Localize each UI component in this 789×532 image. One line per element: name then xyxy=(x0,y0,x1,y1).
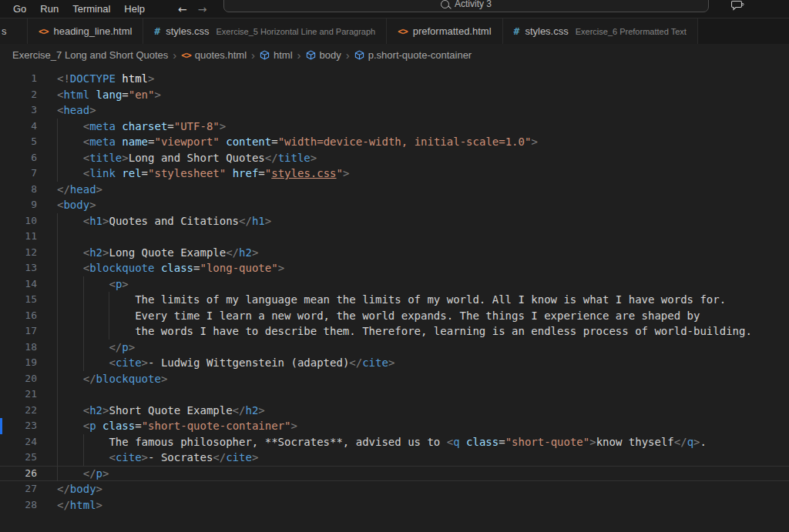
code-line-10[interactable]: 10 <h1>Quotes and Citations</h1> xyxy=(0,213,789,229)
code-content[interactable]: </html> xyxy=(57,497,789,514)
code-content[interactable]: <h2>Short Quote Example</h2> xyxy=(57,403,789,419)
code-content[interactable]: <meta name="viewport" content="width=dev… xyxy=(57,134,789,150)
forward-arrow-icon[interactable]: → xyxy=(198,4,207,15)
line-number[interactable]: 28 xyxy=(0,497,57,514)
line-number[interactable]: 4 xyxy=(0,119,57,135)
line-number[interactable]: 11 xyxy=(0,229,57,245)
line-number[interactable]: 14 xyxy=(0,276,57,293)
code-line-6[interactable]: 6 <title>Long and Short Quotes</title> xyxy=(0,150,789,166)
code-content[interactable]: <cite>- Ludwig Wittgenstein (adapted)</c… xyxy=(57,355,789,371)
code-line-18[interactable]: 18 </p> xyxy=(0,340,789,356)
code-content[interactable]: <blockquote class="long-quote"> xyxy=(57,260,789,276)
code-content[interactable]: Every time I learn a new word, the world… xyxy=(57,308,789,324)
code-content[interactable]: The limits of my language mean the limit… xyxy=(57,292,789,308)
code-content[interactable]: <h1>Quotes and Citations</h1> xyxy=(57,213,789,229)
menu-go[interactable]: Go xyxy=(6,2,33,16)
line-number[interactable]: 17 xyxy=(0,323,57,340)
tab-preformatted-html-3[interactable]: <>preformatted.html xyxy=(387,18,502,44)
code-line-20[interactable]: 20 </blockquote> xyxy=(0,371,789,387)
back-arrow-icon[interactable]: ← xyxy=(178,4,187,15)
code-content[interactable]: <body> xyxy=(57,197,789,213)
code-line-5[interactable]: 5 <meta name="viewport" content="width=d… xyxy=(0,134,789,150)
breadcrumb-item-exercise-7-long-and-short-quotes[interactable]: Exercise_7 Long and Short Quotes xyxy=(12,49,168,61)
code-line-7[interactable]: 7 <link rel="stylesheet" href="styles.cs… xyxy=(0,166,789,182)
code-content[interactable] xyxy=(57,386,789,403)
breadcrumb-item-quotes-html[interactable]: <>quotes.html xyxy=(181,49,247,61)
code-line-25[interactable]: 25 <cite>- Socrates</cite> xyxy=(0,450,789,466)
code-content[interactable]: <p> xyxy=(57,276,789,293)
breadcrumb-item-p-short-quote-container[interactable]: p.short-quote-container xyxy=(354,49,472,61)
line-number[interactable]: 25 xyxy=(0,450,57,466)
code-content[interactable]: </p> xyxy=(57,466,789,482)
code-line-16[interactable]: 16 Every time I learn a new word, the wo… xyxy=(0,308,789,324)
line-number[interactable]: 23 xyxy=(0,418,57,434)
code-content[interactable]: </p> xyxy=(57,340,789,356)
code-line-14[interactable]: 14 <p> xyxy=(0,276,789,293)
code-line-28[interactable]: 28</html> xyxy=(0,497,789,514)
code-content[interactable]: <link rel="stylesheet" href="styles.css"… xyxy=(57,166,789,182)
line-number[interactable]: 7 xyxy=(0,166,57,182)
code-line-4[interactable]: 4 <meta charset="UTF-8"> xyxy=(0,119,789,135)
tab-partial[interactable]: s xyxy=(0,18,28,44)
code-content[interactable]: </blockquote> xyxy=(57,371,789,387)
code-line-13[interactable]: 13 <blockquote class="long-quote"> xyxy=(0,260,789,276)
code-line-26[interactable]: 26 </p> xyxy=(0,466,789,482)
line-number[interactable]: 18 xyxy=(0,340,57,356)
line-number[interactable]: 1 xyxy=(0,71,57,87)
code-line-8[interactable]: 8</head> xyxy=(0,182,789,198)
tab-heading_line-html-1[interactable]: <>heading_line.html xyxy=(28,18,143,44)
code-content[interactable]: <title>Long and Short Quotes</title> xyxy=(57,150,789,166)
menu-help[interactable]: Help xyxy=(117,2,152,16)
code-content[interactable] xyxy=(57,229,789,245)
line-number[interactable]: 5 xyxy=(0,134,57,150)
code-content[interactable]: the words I have to describe them. There… xyxy=(57,323,789,340)
line-number[interactable]: 22 xyxy=(0,403,57,419)
code-content[interactable]: <html lang="en"> xyxy=(57,87,789,103)
code-line-15[interactable]: 15 The limits of my language mean the li… xyxy=(0,292,789,308)
code-line-23[interactable]: 23 <p class="short-quote-container"> xyxy=(0,418,789,434)
line-number[interactable]: 26 xyxy=(0,466,57,482)
line-number[interactable]: 16 xyxy=(0,308,57,324)
copilot-chat-icon[interactable] xyxy=(731,0,744,12)
menu-run[interactable]: Run xyxy=(33,2,65,16)
code-line-17[interactable]: 17 the words I have to describe them. Th… xyxy=(0,323,789,340)
code-line-1[interactable]: 1<!DOCTYPE html> xyxy=(0,71,789,87)
breadcrumb-item-body[interactable]: body xyxy=(306,49,341,61)
command-center[interactable]: Activity 3 xyxy=(223,0,709,12)
code-line-27[interactable]: 27</body> xyxy=(0,481,789,497)
code-content[interactable]: <p class="short-quote-container"> xyxy=(57,418,789,434)
code-line-11[interactable]: 11 xyxy=(0,229,789,245)
tab-styles-css-4[interactable]: #styles.cssExercise_6 Preformatted Text xyxy=(503,18,698,44)
line-number[interactable]: 8 xyxy=(0,182,57,198)
code-content[interactable]: <cite>- Socrates</cite> xyxy=(57,450,789,466)
line-number[interactable]: 20 xyxy=(0,371,57,387)
line-number[interactable]: 21 xyxy=(0,386,57,403)
code-content[interactable]: <h2>Long Quote Example</h2> xyxy=(57,245,789,261)
line-number[interactable]: 2 xyxy=(0,87,57,103)
line-number[interactable]: 3 xyxy=(0,102,57,119)
menu-terminal[interactable]: Terminal xyxy=(65,2,117,16)
code-content[interactable]: <!DOCTYPE html> xyxy=(57,71,789,87)
line-number[interactable]: 10 xyxy=(0,213,57,229)
code-line-2[interactable]: 2<html lang="en"> xyxy=(0,87,789,103)
code-content[interactable]: The famous philosopher, **Socrates**, ad… xyxy=(57,434,789,450)
code-content[interactable]: </body> xyxy=(57,481,789,497)
line-number[interactable]: 13 xyxy=(0,260,57,276)
code-line-9[interactable]: 9<body> xyxy=(0,197,789,213)
line-number[interactable]: 6 xyxy=(0,150,57,166)
code-line-12[interactable]: 12 <h2>Long Quote Example</h2> xyxy=(0,245,789,261)
line-number[interactable]: 12 xyxy=(0,245,57,261)
code-line-22[interactable]: 22 <h2>Short Quote Example</h2> xyxy=(0,403,789,419)
code-editor[interactable]: 1<!DOCTYPE html>2<html lang="en">3<head>… xyxy=(0,66,789,532)
code-line-21[interactable]: 21 xyxy=(0,386,789,403)
code-content[interactable]: <meta charset="UTF-8"> xyxy=(57,119,789,135)
code-line-3[interactable]: 3<head> xyxy=(0,102,789,119)
breadcrumb-item-html[interactable]: html xyxy=(260,49,293,61)
line-number[interactable]: 24 xyxy=(0,434,57,450)
line-number[interactable]: 27 xyxy=(0,481,57,497)
line-number[interactable]: 19 xyxy=(0,355,57,371)
code-line-24[interactable]: 24 The famous philosopher, **Socrates**,… xyxy=(0,434,789,450)
tab-styles-css-2[interactable]: #styles.cssExercise_5 Horizontal Line an… xyxy=(143,18,387,44)
code-content[interactable]: <head> xyxy=(57,102,789,119)
line-number[interactable]: 9 xyxy=(0,197,57,213)
